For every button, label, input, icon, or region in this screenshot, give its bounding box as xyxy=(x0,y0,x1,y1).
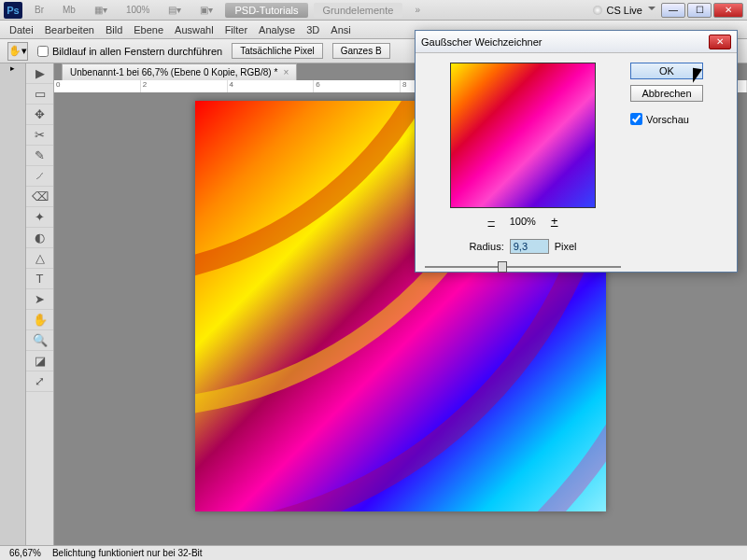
dodge-tool[interactable]: ◐ xyxy=(26,228,53,248)
workspace-psd-tutorials[interactable]: PSD-Tutorials xyxy=(225,3,307,18)
zoom-in-button[interactable]: + xyxy=(547,214,562,228)
workspace-more[interactable]: » xyxy=(408,3,427,17)
zoom-tool[interactable]: 🔍 xyxy=(26,330,53,351)
menu-bearbeiten[interactable]: Bearbeiten xyxy=(45,24,94,35)
hand-tool-icon[interactable]: ✋▾ xyxy=(7,42,28,61)
ok-button[interactable]: OK xyxy=(630,63,703,79)
app-logo: Ps xyxy=(4,2,22,19)
type-tool[interactable]: T xyxy=(26,269,53,289)
titlebar-arrange-button[interactable]: ▤▾ xyxy=(162,3,188,17)
maximize-button[interactable]: ☐ xyxy=(687,3,712,18)
titlebar-mb-button[interactable]: Mb xyxy=(56,3,82,17)
path-tool[interactable]: ➤ xyxy=(26,289,53,310)
hand-tool[interactable]: ✋ xyxy=(26,310,53,330)
color-swatch[interactable]: ◪ xyxy=(26,351,53,371)
radius-input[interactable] xyxy=(510,239,549,254)
close-icon[interactable]: × xyxy=(283,67,289,77)
zoom-out-button[interactable]: – xyxy=(485,214,499,228)
menu-ebene[interactable]: Ebene xyxy=(134,24,163,35)
dialog-title: Gaußscher Weichzeichner xyxy=(421,36,542,48)
brush-tool[interactable]: ⟋ xyxy=(26,166,53,187)
menu-datei[interactable]: Datei xyxy=(9,24,34,35)
menu-analyse[interactable]: Analyse xyxy=(259,24,295,35)
preview-zoom-level: 100% xyxy=(510,216,536,227)
menu-bild[interactable]: Bild xyxy=(106,24,122,35)
titlebar-view-button[interactable]: ▦▾ xyxy=(88,3,114,17)
document-tab[interactable]: Unbenannt-1 bei 66,7% (Ebene 0 Kopie, RG… xyxy=(62,63,297,80)
menu-auswahl[interactable]: Auswahl xyxy=(175,24,214,35)
dialog-close-button[interactable]: ✕ xyxy=(709,35,731,49)
mini-bar: ▸ xyxy=(0,63,26,545)
cs-live-button[interactable]: CS Live xyxy=(593,5,655,16)
preview-image[interactable] xyxy=(450,63,596,208)
dialog-titlebar[interactable]: Gaußscher Weichzeichner ✕ xyxy=(416,31,737,53)
zoom-level[interactable]: 100% xyxy=(120,3,157,17)
minimize-button[interactable]: — xyxy=(661,3,685,18)
eyedropper-tool[interactable]: ✎ xyxy=(26,146,53,166)
cs-live-icon xyxy=(593,6,602,15)
titlebar-br-button[interactable]: Br xyxy=(28,3,50,17)
title-bar: Ps Br Mb ▦▾ 100% ▤▾ ▣▾ PSD-Tutorials Gru… xyxy=(0,0,747,21)
pen-tool[interactable]: △ xyxy=(26,248,53,269)
eraser-tool[interactable]: ⌫ xyxy=(26,187,53,207)
marquee-tool[interactable]: ▭ xyxy=(26,84,53,105)
titlebar-screen-button[interactable]: ▣▾ xyxy=(193,3,219,17)
status-zoom[interactable]: 66,67% xyxy=(9,548,41,558)
radius-slider[interactable] xyxy=(425,259,621,274)
radius-label: Radius: xyxy=(469,241,503,252)
chevron-down-icon xyxy=(648,7,655,14)
status-bar: 66,67% Belichtung funktioniert nur bei 3… xyxy=(0,545,747,560)
close-button[interactable]: ✕ xyxy=(713,3,743,18)
mini-expand-icon[interactable]: ▸ xyxy=(0,63,25,77)
clone-tool[interactable]: ✦ xyxy=(26,207,53,228)
move-tool[interactable]: ▶ xyxy=(26,63,53,84)
radius-unit: Pixel xyxy=(555,241,577,252)
lasso-tool[interactable]: ✥ xyxy=(26,105,53,125)
scroll-all-checkbox[interactable]: Bildlauf in allen Fenstern durchführen xyxy=(37,46,222,57)
quickmask-tool[interactable]: ⤢ xyxy=(26,371,53,392)
menu-3d[interactable]: 3D xyxy=(306,24,319,35)
preview-checkbox[interactable]: Vorschau xyxy=(630,113,703,125)
gaussian-blur-dialog: Gaußscher Weichzeichner ✕ – 100% + Radiu… xyxy=(415,30,738,273)
menu-filter[interactable]: Filter xyxy=(225,24,247,35)
toolbox: ▶ ▭ ✥ ✂ ✎ ⟋ ⌫ ✦ ◐ △ T ➤ ✋ 🔍 ◪ ⤢ xyxy=(26,63,54,545)
actual-pixels-button[interactable]: Tatsächliche Pixel xyxy=(232,43,322,59)
menu-ansicht[interactable]: Ansi xyxy=(331,24,350,35)
status-hint: Belichtung funktioniert nur bei 32-Bit xyxy=(52,548,203,558)
window-controls: — ☐ ✕ xyxy=(661,3,743,18)
preview-zoom-controls: – 100% + xyxy=(485,214,562,228)
cancel-button[interactable]: Abbrechen xyxy=(630,85,703,102)
fit-screen-button[interactable]: Ganzes B xyxy=(332,43,390,59)
workspace-grundelemente[interactable]: Grundelemente xyxy=(314,3,403,18)
crop-tool[interactable]: ✂ xyxy=(26,125,53,146)
